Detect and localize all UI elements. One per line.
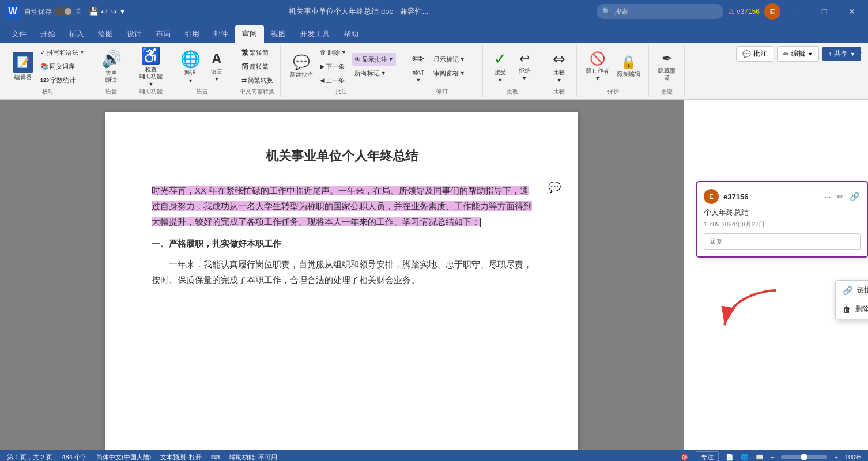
redo-icon[interactable]: ↪	[110, 7, 117, 16]
block-authors-label: 阻止作者	[586, 67, 609, 74]
reject-button[interactable]: ↩ 拒绝 ▼	[513, 47, 536, 86]
tab-help[interactable]: 帮助	[337, 25, 365, 43]
edit-dropdown-icon[interactable]: ▼	[807, 51, 813, 57]
spelling-dropdown[interactable]: ▼	[80, 50, 85, 55]
tab-file[interactable]: 文件	[5, 25, 33, 43]
comment-more-button[interactable]: ···	[823, 191, 832, 202]
next-comment-button[interactable]: ▶ 下一条	[318, 60, 349, 73]
compare-group-label: 比较	[553, 86, 565, 96]
show-comments-button[interactable]: 👁 显示批注 ▼	[352, 53, 396, 66]
comment-reply-input[interactable]	[704, 233, 861, 250]
view-web-icon[interactable]: 🌐	[741, 454, 749, 461]
zoom-thumb[interactable]	[801, 454, 807, 460]
zoom-in-button[interactable]: +	[834, 454, 837, 460]
tab-review[interactable]: 审阅	[235, 25, 264, 43]
tab-insert[interactable]: 插入	[62, 25, 91, 43]
maximize-button[interactable]: □	[813, 0, 836, 23]
show-dropdown[interactable]: ▼	[388, 56, 394, 62]
share-dropdown-icon[interactable]: ▼	[850, 51, 855, 57]
tab-home[interactable]: 开始	[33, 25, 62, 43]
tab-view[interactable]: 视图	[264, 25, 293, 43]
wordcount-button[interactable]: 123 字数统计	[38, 74, 87, 86]
compare-dropdown[interactable]: ▼	[557, 77, 562, 83]
convert-button[interactable]: ⇄ 简繁转换	[239, 74, 276, 86]
customize-icon[interactable]: ▼	[119, 8, 126, 15]
comment-margin-icon[interactable]: 💬	[548, 181, 561, 194]
share-toolbar-button[interactable]: ↑ 共享 ▼	[822, 47, 861, 61]
editor-button[interactable]: 📝 编辑器	[9, 47, 37, 86]
thesaurus-button[interactable]: 📚 同义词库	[38, 60, 87, 73]
edit-toolbar-label: 编辑	[791, 49, 805, 59]
hide-ink-button[interactable]: ✒ 隐藏墨迹	[655, 47, 679, 86]
zoom-out-button[interactable]: −	[771, 454, 774, 460]
trad-to-simp-button[interactable]: 繁 繁转简	[239, 46, 276, 59]
view-layout-icon[interactable]: 📄	[726, 454, 734, 461]
block-dropdown[interactable]: ▼	[595, 75, 600, 81]
markup-dropdown[interactable]: ▼	[381, 70, 386, 76]
delete-conversation-item[interactable]: 🗑 删除会话	[836, 300, 868, 319]
tab-mail[interactable]: 邮件	[206, 25, 235, 43]
track-changes-button[interactable]: ✏ 修订 ▼	[407, 47, 430, 86]
minimize-button[interactable]: ─	[785, 0, 808, 23]
language-dropdown[interactable]: ▼	[214, 76, 219, 82]
autosave-toggle[interactable]	[54, 7, 73, 16]
tab-developer[interactable]: 开发工具	[293, 25, 337, 43]
view-read-icon[interactable]: 📖	[756, 454, 764, 461]
check-accessibility-button[interactable]: ♿ 检查辅助功能 ▼	[136, 47, 166, 86]
review-pane-button[interactable]: 审阅窗格 ▼	[431, 67, 467, 80]
show-markup-button[interactable]: 显示标记 ▼	[431, 53, 467, 66]
status-bar: 第 1 页，共 2 页 484 个字 简体中文(中国大陆) 文本预测: 打开 ⌨…	[0, 450, 868, 461]
compare-button[interactable]: ⇔ 比较 ▼	[548, 47, 571, 86]
accept-button[interactable]: ✓ 接受 ▼	[489, 47, 512, 86]
block-authors-button[interactable]: 🚫 阻止作者 ▼	[583, 47, 613, 86]
language-buttons: 🌐 翻译 ▼ A 语言 ▼	[177, 46, 228, 86]
comment-toolbar-button[interactable]: 💬 批注	[736, 46, 773, 62]
accept-dropdown[interactable]: ▼	[497, 77, 503, 83]
review-pane-label: 审阅窗格	[433, 69, 459, 78]
read-aloud-button[interactable]: 🔊 大声朗读	[98, 47, 125, 86]
restrict-editing-button[interactable]: 🔒 限制编辑	[614, 47, 644, 86]
close-button[interactable]: ✕	[840, 0, 863, 23]
title-bar: W 自动保存 关 💾 ↩ ↪ ▼ 机关事业单位个人年终总结.doc - 兼容性.…	[0, 0, 868, 23]
ribbon: 文件 开始 插入 绘图 设计 布局 引用 邮件 审阅 视图 开发工具 帮助 📝 …	[0, 23, 868, 100]
reject-dropdown[interactable]: ▼	[522, 75, 527, 81]
hide-ink-label: 隐藏墨迹	[658, 67, 675, 81]
translate-dropdown[interactable]: ▼	[188, 78, 193, 84]
tab-design[interactable]: 设计	[120, 25, 149, 43]
link-to-comment-item[interactable]: 🔗 链接到批注	[836, 281, 868, 300]
prev-comment-button[interactable]: ◀ 上一条	[318, 74, 349, 86]
comment-edit-button[interactable]: ✏	[836, 191, 845, 202]
ribbon-group-ink: ✒ 隐藏墨迹 墨迹	[650, 45, 685, 97]
review-pane-dropdown[interactable]: ▼	[460, 70, 465, 76]
prev-icon: ◀	[320, 77, 324, 84]
edit-toolbar-icon: ✏	[783, 50, 789, 58]
delete-comment-button[interactable]: 🗑 删除 ▼	[318, 46, 349, 59]
link-to-comment-label: 链接到批注	[857, 285, 868, 295]
accessibility-dropdown[interactable]: ▼	[148, 81, 153, 87]
tab-draw[interactable]: 绘图	[91, 25, 120, 43]
undo-icon[interactable]: ↩	[101, 7, 108, 16]
search-box[interactable]: 🔍 搜索	[597, 4, 723, 19]
focus-button[interactable]: 专注	[696, 451, 719, 462]
read-aloud-label: 大声朗读	[105, 70, 117, 84]
document-title: 机关事业单位个人年终总结.doc - 兼容性...	[126, 6, 592, 17]
comment-link-button[interactable]: 🔗	[848, 191, 861, 202]
edit-toolbar-button[interactable]: ✏ 编辑 ▼	[777, 46, 819, 62]
wordcount-icon: 123	[40, 77, 49, 83]
user-avatar[interactable]: E	[764, 3, 780, 20]
new-comment-button[interactable]: 💬 新建批注	[286, 47, 316, 86]
save-icon[interactable]: 💾	[89, 7, 99, 16]
tab-references[interactable]: 引用	[178, 25, 206, 43]
highlighted-text: 时光荏苒，XX 年在紧张忙碌的工作中临近尾声。一年来，在局、所领导及同事们的帮助…	[152, 186, 532, 226]
show-markup-dropdown[interactable]: ▼	[460, 56, 465, 62]
language-button[interactable]: A 语言 ▼	[205, 47, 228, 86]
track-dropdown[interactable]: ▼	[416, 77, 421, 83]
simp-to-trad-button[interactable]: 简 简转繁	[239, 60, 276, 73]
tab-layout[interactable]: 布局	[149, 25, 178, 43]
delete-dropdown[interactable]: ▼	[341, 50, 346, 55]
translate-button[interactable]: 🌐 翻译 ▼	[177, 47, 204, 86]
zoom-slider[interactable]	[781, 455, 827, 459]
all-markup-button[interactable]: 所有标记 ▼	[352, 67, 396, 80]
spelling-button[interactable]: ✓ 拼写和语法 ▼	[38, 46, 87, 59]
page-content: 💬 机关事业单位个人年终总结 时光荏苒，XX 年在紧张忙碌的工作中临近尾声。一年…	[105, 112, 578, 450]
